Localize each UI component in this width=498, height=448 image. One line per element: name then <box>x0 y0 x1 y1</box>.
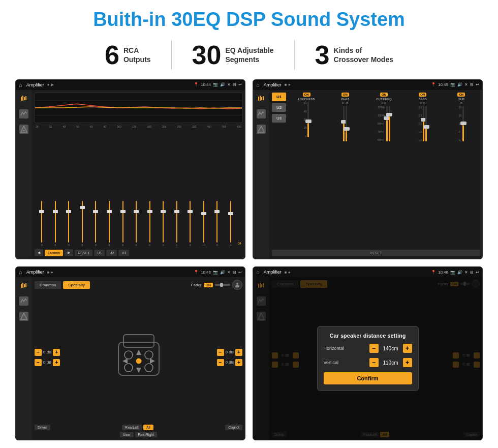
spk-plus-1[interactable]: + <box>53 359 60 366</box>
eq-slider-5[interactable]: 0 <box>103 201 116 247</box>
tab-specialty[interactable]: Specialty <box>63 281 89 289</box>
cx-sidebar-icon-1[interactable] <box>257 94 266 103</box>
eq-sidebar-icon-3[interactable] <box>19 125 28 134</box>
dlg-home-icon[interactable]: ⌂ <box>256 269 260 275</box>
eq-slider-13[interactable]: 0 <box>211 201 224 247</box>
spk-sidebar-icon-2[interactable] <box>19 296 28 306</box>
spk-plus-0[interactable]: + <box>53 349 60 356</box>
spk-minus-1[interactable]: − <box>35 359 42 366</box>
loudness-slider-track[interactable] <box>307 102 309 137</box>
spk-cam-icon: 📷 <box>213 270 218 275</box>
eq-slider-3[interactable]: 5 <box>76 201 89 247</box>
spk-minus-0[interactable]: − <box>35 349 42 356</box>
dlg-title: Amplifier <box>264 270 282 275</box>
cx-win-icon[interactable]: ⊟ <box>470 82 474 87</box>
spk-row-1: − 0 dB + <box>35 359 60 366</box>
phat-slider-g[interactable] <box>346 106 347 141</box>
svg-marker-18 <box>21 313 27 319</box>
eq-sidebar-icon-2[interactable] <box>19 109 28 118</box>
horizontal-plus-button[interactable]: + <box>403 344 412 353</box>
cutfreq-slider-f[interactable] <box>386 106 388 141</box>
bass-slider-g[interactable] <box>425 106 427 141</box>
spk-sidebar-icon-3[interactable] <box>19 312 28 321</box>
cx-home-icon[interactable]: ⌂ <box>256 82 260 88</box>
vertical-minus-button[interactable]: − <box>369 358 379 367</box>
eq-slider-4[interactable]: 0 <box>89 201 102 247</box>
sub-on[interactable]: ON <box>457 93 465 97</box>
spk-close-icon[interactable]: ✕ <box>227 270 231 275</box>
close-icon[interactable]: ✕ <box>227 82 231 87</box>
spk-all[interactable]: All <box>143 425 153 430</box>
eq-reset[interactable]: RESET <box>75 250 92 256</box>
eq-sidebar-icon-1[interactable] <box>19 94 28 103</box>
eq-next[interactable]: ▶ <box>65 249 73 256</box>
cx-u1[interactable]: U1 <box>272 93 286 101</box>
eq-slider-0[interactable]: 0 <box>36 201 48 247</box>
spk-sidebar-icon-1[interactable] <box>19 281 28 290</box>
spk-minus-2[interactable]: − <box>217 349 224 356</box>
spk-time: 10:46 <box>201 270 211 275</box>
dlg-back-icon[interactable]: ↩ <box>476 270 479 275</box>
eq-slider-1[interactable]: 0 <box>49 201 62 247</box>
eq-slider-9[interactable]: 0 <box>157 201 170 247</box>
spk-copilot[interactable]: Copilot <box>225 425 242 430</box>
spk-win-icon[interactable]: ⊟ <box>233 270 236 275</box>
spk-back-icon[interactable]: ↩ <box>238 270 242 275</box>
cutfreq-on[interactable]: ON <box>380 93 388 97</box>
eq-slider-14[interactable]: -1 <box>225 201 237 247</box>
home-icon[interactable]: ⌂ <box>19 82 22 88</box>
spk-plus-2[interactable]: + <box>235 349 242 356</box>
eq-u3[interactable]: U3 <box>118 250 129 256</box>
bass-slider-f[interactable] <box>423 106 424 141</box>
dlg-close-icon[interactable]: ✕ <box>464 270 468 275</box>
spk-rear-left[interactable]: RearLeft <box>122 425 142 430</box>
svg-marker-33 <box>150 359 155 364</box>
cx-back-icon[interactable]: ↩ <box>476 82 479 87</box>
cx-reset[interactable]: RESET <box>272 250 480 256</box>
eq-preset-custom[interactable]: Custom <box>45 250 63 256</box>
dlg-win-icon[interactable]: ⊟ <box>470 270 474 275</box>
eq-slider-7[interactable]: 0 <box>130 201 143 247</box>
spk-user[interactable]: User <box>120 432 134 437</box>
svg-marker-4 <box>21 126 27 132</box>
tab-common[interactable]: Common <box>35 281 61 289</box>
eq-slider-12[interactable]: -1 <box>198 201 210 247</box>
cx-close-icon[interactable]: ✕ <box>464 82 468 87</box>
fader-slider-icon[interactable] <box>215 282 230 288</box>
phat-slider-f[interactable] <box>343 106 345 141</box>
spk-minus-3[interactable]: − <box>217 359 224 366</box>
eq-slider-6[interactable]: 0 <box>116 201 129 247</box>
bass-on[interactable]: ON <box>419 93 426 97</box>
eq-u2[interactable]: U2 <box>106 250 117 256</box>
fader-profile-icon[interactable] <box>232 280 242 290</box>
eq-slider-2[interactable]: 0 <box>63 201 75 247</box>
spk-plus-3[interactable]: + <box>235 359 242 366</box>
cx-sidebar-icon-3[interactable] <box>257 125 266 134</box>
freq-25: 25 <box>36 125 39 128</box>
cx-u3[interactable]: U3 <box>272 114 286 123</box>
phat-on[interactable]: ON <box>341 93 349 97</box>
eq-scroll-right[interactable]: » <box>238 240 241 247</box>
vertical-plus-button[interactable]: + <box>403 358 412 367</box>
eq-slider-10[interactable]: 0 <box>170 201 183 247</box>
eq-status-bar: ⌂ Amplifier ● ▶ 📍 10:44 📷 🔊 ✕ ⊟ ↩ <box>16 80 245 90</box>
cutfreq-slider-g[interactable] <box>389 106 390 141</box>
stat-rca-label: RCAOutputs <box>123 46 151 64</box>
eq-u1[interactable]: U1 <box>94 250 105 256</box>
horizontal-minus-button[interactable]: − <box>369 344 379 353</box>
spk-rear-right[interactable]: RearRight <box>135 432 158 437</box>
back-icon[interactable]: ↩ <box>238 82 242 87</box>
sub-slider[interactable] <box>462 106 464 141</box>
spk-driver[interactable]: Driver <box>35 425 50 430</box>
cx-u2[interactable]: U2 <box>272 103 286 112</box>
confirm-button[interactable]: Confirm <box>324 372 412 384</box>
window-icon[interactable]: ⊟ <box>233 82 236 87</box>
loudness-on[interactable]: ON <box>303 93 310 97</box>
cx-sidebar-icon-2[interactable] <box>257 109 266 118</box>
eq-prev[interactable]: ◀ <box>35 249 43 256</box>
spk-home-icon[interactable]: ⌂ <box>19 269 22 275</box>
eq-slider-8[interactable]: 0 <box>143 201 156 247</box>
spk-controls-area: − 0 dB + − 0 dB + <box>35 291 242 423</box>
fader-on-badge[interactable]: ON <box>204 283 213 287</box>
eq-slider-11[interactable]: 0 <box>184 201 197 247</box>
